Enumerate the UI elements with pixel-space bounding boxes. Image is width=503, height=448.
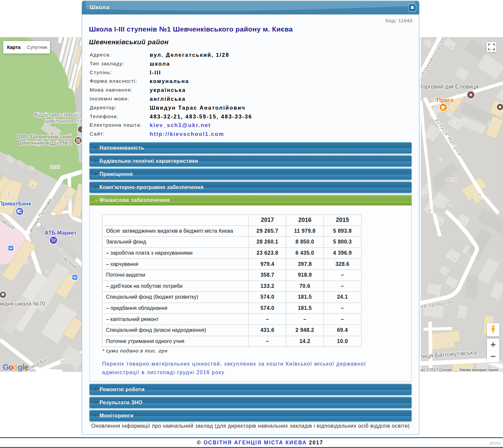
svg-text:4: 4 bbox=[424, 193, 426, 198]
svg-text:4: 4 bbox=[469, 252, 471, 257]
svg-text:АТБ-Маркет: АТБ-Маркет bbox=[45, 230, 77, 236]
svg-text:2: 2 bbox=[46, 269, 48, 274]
svg-text:20: 20 bbox=[476, 192, 481, 197]
svg-text:Відділ реєстрації а: Відділ реєстрації а bbox=[34, 112, 83, 118]
svg-text:16/18: 16/18 bbox=[446, 177, 457, 182]
svg-text:10: 10 bbox=[451, 283, 455, 288]
svg-text:23: 23 bbox=[453, 120, 457, 125]
svg-text:o: o bbox=[9, 363, 13, 372]
svg-text:редня школа №70: редня школа №70 bbox=[0, 301, 45, 307]
svg-text:Торговий дім Єловиця: Торговий дім Єловиця bbox=[419, 83, 479, 90]
svg-text:ПриватБанк: ПриватБанк bbox=[0, 201, 31, 206]
svg-text:300: 300 bbox=[18, 211, 21, 212]
svg-text:o: o bbox=[13, 363, 18, 372]
svg-text:12: 12 bbox=[434, 292, 439, 297]
svg-text:Супутник: Супутник bbox=[27, 45, 48, 50]
svg-text:11/17: 11/17 bbox=[50, 164, 60, 169]
svg-text:Прага: Прага bbox=[437, 97, 454, 103]
svg-text:9: 9 bbox=[32, 183, 34, 188]
svg-text:3: 3 bbox=[429, 40, 432, 45]
svg-text:14: 14 bbox=[64, 195, 68, 200]
svg-text:6: 6 bbox=[429, 208, 431, 213]
svg-text:6: 6 bbox=[453, 256, 456, 261]
svg-text:e: e bbox=[24, 363, 29, 372]
svg-text:4: 4 bbox=[450, 44, 452, 49]
svg-text:25: 25 bbox=[488, 120, 492, 125]
svg-text:14: 14 bbox=[433, 130, 437, 135]
svg-text:27: 27 bbox=[445, 342, 450, 347]
svg-text:3: 3 bbox=[435, 309, 438, 314]
svg-text:арт ©2017 Google: арт ©2017 Google bbox=[419, 368, 452, 372]
svg-text:8: 8 bbox=[445, 271, 448, 276]
svg-text:Умови використання: Умови використання bbox=[459, 368, 498, 372]
svg-text:12/2: 12/2 bbox=[20, 259, 28, 264]
svg-text:3: 3 bbox=[449, 203, 452, 208]
svg-text:районний відділ №1: районний відділ №1 bbox=[19, 140, 72, 146]
svg-text:g: g bbox=[18, 363, 23, 372]
svg-text:3: 3 bbox=[60, 247, 63, 252]
svg-text:1: 1 bbox=[7, 191, 10, 196]
svg-text:цивільного ста: цивільного ста bbox=[45, 118, 83, 124]
svg-text:G: G bbox=[3, 363, 9, 372]
svg-text:19: 19 bbox=[432, 96, 437, 101]
svg-text:13: 13 bbox=[438, 157, 443, 162]
svg-text:5: 5 bbox=[463, 220, 466, 224]
svg-text:8: 8 bbox=[439, 221, 442, 225]
svg-text:3: 3 bbox=[75, 366, 77, 371]
svg-text:Карта: Карта bbox=[7, 45, 21, 50]
svg-text:ДМС Шевченківський: ДМС Шевченківський bbox=[16, 134, 72, 140]
svg-text:16/20: 16/20 bbox=[60, 359, 71, 364]
